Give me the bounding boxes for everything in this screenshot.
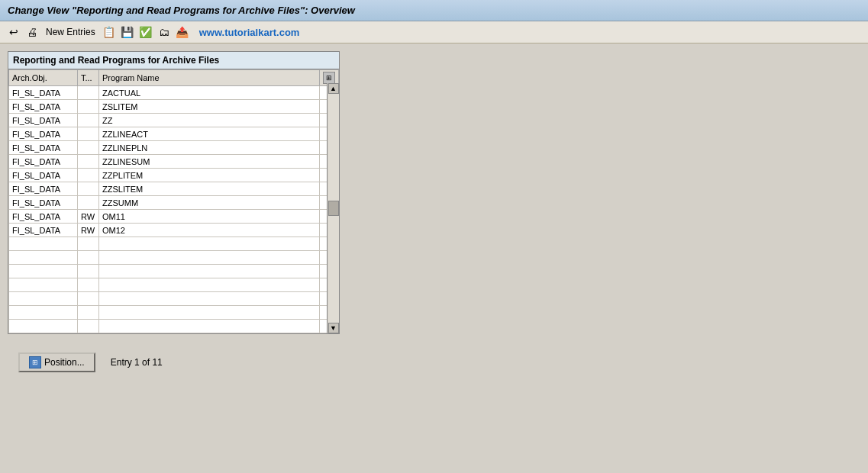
table-row[interactable] xyxy=(9,306,339,320)
table-row[interactable]: FI_SL_DATARWOM11 xyxy=(9,210,339,224)
new-entries-label: New Entries xyxy=(46,27,95,37)
undo-icon[interactable]: ↩ xyxy=(6,24,21,40)
cell-arch-obj: FI_SL_DATA xyxy=(9,155,78,169)
cell-arch-obj xyxy=(9,237,78,251)
cell-program-name: ZZLINEPLN xyxy=(99,141,320,155)
cell-t xyxy=(78,127,99,141)
cell-program-name: ZSLITEM xyxy=(99,100,320,114)
table-icon[interactable]: 🗂 xyxy=(156,24,172,40)
cell-arch-obj: FI_SL_DATA xyxy=(9,224,78,237)
table-row[interactable] xyxy=(9,278,339,292)
export-icon[interactable]: 📤 xyxy=(175,24,190,40)
cell-program-name: ZZLINESUM xyxy=(99,155,320,169)
table-row[interactable]: FI_SL_DATAZZSUMM xyxy=(9,196,339,210)
check-icon[interactable]: ✅ xyxy=(138,24,153,40)
main-content: Reporting and Read Programs for Archive … xyxy=(0,43,868,455)
table-row[interactable]: FI_SL_DATARWOM12 xyxy=(9,224,339,237)
scrollbar-right[interactable]: ▲ ▼ xyxy=(327,83,339,333)
cell-arch-obj: FI_SL_DATA xyxy=(9,210,78,224)
cell-arch-obj xyxy=(9,320,78,333)
cell-arch-obj: FI_SL_DATA xyxy=(9,141,78,155)
cell-t xyxy=(78,86,99,100)
cell-program-name: OM11 xyxy=(99,210,320,224)
cell-t: RW xyxy=(78,210,99,224)
cell-arch-obj: FI_SL_DATA xyxy=(9,100,78,114)
save-icon[interactable]: 💾 xyxy=(120,24,135,40)
cell-arch-obj xyxy=(9,292,78,306)
cell-program-name xyxy=(99,278,320,292)
cell-arch-obj: FI_SL_DATA xyxy=(9,169,78,182)
cell-t xyxy=(78,237,99,251)
table-row[interactable]: FI_SL_DATAZZLINESUM xyxy=(9,155,339,169)
cell-t xyxy=(78,265,99,278)
position-button[interactable]: ⊞ Position... xyxy=(18,352,95,372)
cell-t xyxy=(78,196,99,210)
table-row[interactable]: FI_SL_DATAZSLITEM xyxy=(9,100,339,114)
cell-program-name xyxy=(99,265,320,278)
watermark: www.tutorialkart.com xyxy=(199,27,300,38)
cell-t xyxy=(78,182,99,196)
col-header-program-name: Program Name xyxy=(99,70,320,86)
cell-program-name: ZZSLITEM xyxy=(99,182,320,196)
cell-t xyxy=(78,306,99,320)
cell-t xyxy=(78,251,99,265)
cell-program-name: ZZSUMM xyxy=(99,196,320,210)
cell-arch-obj xyxy=(9,265,78,278)
cell-arch-obj: FI_SL_DATA xyxy=(9,196,78,210)
cell-arch-obj: FI_SL_DATA xyxy=(9,86,78,100)
table-row[interactable] xyxy=(9,265,339,278)
table-row[interactable]: FI_SL_DATAZZLINEPLN xyxy=(9,141,339,155)
table-row[interactable] xyxy=(9,237,339,251)
cell-program-name xyxy=(99,306,320,320)
table-row[interactable] xyxy=(9,251,339,265)
table-row[interactable]: FI_SL_DATAZZLINEACT xyxy=(9,127,339,141)
bottom-bar: ⊞ Position... Entry 1 of 11 xyxy=(8,346,860,378)
new-entries-button[interactable]: New Entries xyxy=(43,26,98,38)
cell-program-name xyxy=(99,237,320,251)
position-button-label: Position... xyxy=(44,357,85,368)
entry-info: Entry 1 of 11 xyxy=(111,357,163,368)
cell-arch-obj: FI_SL_DATA xyxy=(9,114,78,127)
table-row[interactable]: FI_SL_DATAZZ xyxy=(9,114,339,127)
print-icon[interactable]: 🖨 xyxy=(24,24,40,40)
scroll-grip[interactable] xyxy=(328,201,339,216)
cell-t xyxy=(78,292,99,306)
table-container: Reporting and Read Programs for Archive … xyxy=(8,51,340,334)
cell-program-name: ZZLINEACT xyxy=(99,127,320,141)
data-table: Arch.Obj. T... Program Name ⊞ xyxy=(8,69,339,333)
cell-t xyxy=(78,278,99,292)
table-row[interactable]: FI_SL_DATAZZSLITEM xyxy=(9,182,339,196)
cell-t xyxy=(78,169,99,182)
cell-program-name: ZACTUAL xyxy=(99,86,320,100)
scroll-thumb-lower xyxy=(328,216,339,323)
scroll-down-arrow[interactable]: ▼ xyxy=(328,323,339,333)
title-text: Change View "Reporting and Read Programs… xyxy=(8,5,355,16)
cell-arch-obj xyxy=(9,306,78,320)
table-row[interactable] xyxy=(9,292,339,306)
cell-arch-obj xyxy=(9,251,78,265)
col-header-arch-obj: Arch.Obj. xyxy=(9,70,78,86)
cell-arch-obj: FI_SL_DATA xyxy=(9,127,78,141)
cell-t xyxy=(78,155,99,169)
table-row[interactable]: FI_SL_DATAZACTUAL xyxy=(9,86,339,100)
table-title: Reporting and Read Programs for Archive … xyxy=(8,52,339,69)
col-header-t: T... xyxy=(78,70,99,86)
cell-arch-obj: FI_SL_DATA xyxy=(9,182,78,196)
table-row[interactable]: FI_SL_DATAZZPLITEM xyxy=(9,169,339,182)
position-icon: ⊞ xyxy=(29,356,41,368)
cell-program-name xyxy=(99,251,320,265)
table-row[interactable] xyxy=(9,320,339,333)
cell-t xyxy=(78,320,99,333)
cell-t: RW xyxy=(78,224,99,237)
toolbar: ↩ 🖨 New Entries 📋 💾 ✅ 🗂 📤 www.tutorialka… xyxy=(0,21,868,43)
scroll-up-arrow[interactable]: ▲ xyxy=(328,83,339,94)
cell-t xyxy=(78,100,99,114)
scroll-thumb xyxy=(328,94,339,201)
cell-program-name xyxy=(99,292,320,306)
cell-program-name: ZZPLITEM xyxy=(99,169,320,182)
cell-t xyxy=(78,114,99,127)
copy-icon[interactable]: 📋 xyxy=(102,24,117,40)
cell-t xyxy=(78,141,99,155)
title-bar: Change View "Reporting and Read Programs… xyxy=(0,0,868,21)
cell-program-name: OM12 xyxy=(99,224,320,237)
